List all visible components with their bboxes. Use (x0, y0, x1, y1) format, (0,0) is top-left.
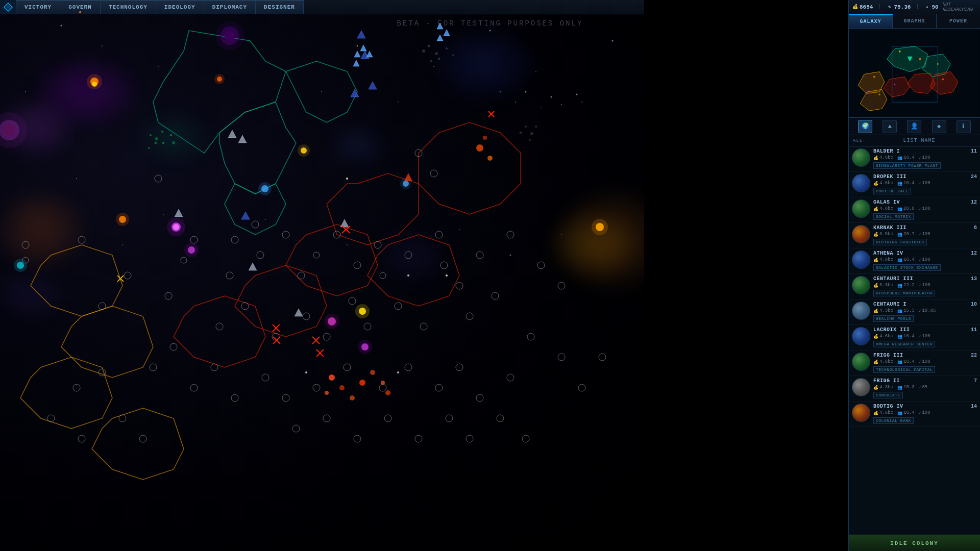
svg-point-56 (216, 323, 223, 330)
tab-power[interactable]: Power (937, 14, 980, 28)
colony-name: Dropek III (873, 174, 906, 180)
svg-point-15 (76, 178, 77, 179)
filter-info-btn[interactable]: ℹ (957, 120, 971, 133)
list-item[interactable]: Frigg II 7 💰 4.3bc 👥 15.3 ✓ 85 Consulate (849, 376, 980, 402)
list-item[interactable]: Bodtig IV 14 💰 4.6bc 👥 16.4 ✓ 100 Coloni (849, 402, 980, 427)
svg-marker-151 (361, 51, 369, 59)
colony-policy: Colonial Bank (873, 417, 914, 424)
svg-point-54 (492, 292, 499, 299)
svg-point-131 (359, 380, 365, 386)
not-researching-label: NOT RESEARCHING (943, 2, 977, 12)
colony-policy: Healing Pools (873, 315, 914, 322)
colony-credits: 6.5bc (879, 232, 893, 237)
svg-line-156 (273, 337, 280, 344)
svg-point-102 (298, 144, 310, 157)
svg-marker-143 (175, 209, 183, 217)
svg-point-123 (0, 112, 27, 148)
mini-map[interactable] (849, 29, 980, 118)
svg-line-155 (273, 324, 280, 332)
svg-point-170 (162, 142, 164, 144)
svg-point-130 (350, 395, 355, 400)
svg-point-60 (170, 343, 177, 350)
filter-planets-btn[interactable]: 🌍 (858, 120, 872, 133)
idle-colony-button[interactable]: Idle Colony (849, 535, 980, 551)
approval-icon: ✓ (919, 283, 921, 288)
research-icon: ⚗ (886, 4, 892, 10)
svg-point-179 (430, 60, 432, 62)
svg-line-165 (117, 276, 124, 282)
tab-designer[interactable]: Designer (256, 0, 304, 14)
filter-special-btn[interactable]: ◆ (932, 120, 946, 133)
list-item[interactable]: Balder I 11 💰 4.6bc 👥 16.4 ✓ 100 Singula (849, 146, 980, 172)
svg-point-104 (116, 213, 129, 226)
colony-policy: Galactic Stock Exchange (873, 264, 941, 271)
colony-policy: Omega Research Center (873, 341, 935, 347)
svg-point-135 (261, 185, 268, 192)
colony-name: Frigg III (873, 353, 903, 358)
list-item[interactable]: Galas IV 12 💰 4.6bc 👥 20.0 ✓ 100 Social (849, 197, 980, 223)
colony-policy: Technological Capital (873, 366, 935, 373)
svg-point-63 (211, 364, 218, 371)
svg-point-29 (165, 292, 172, 299)
svg-point-90 (446, 415, 453, 422)
approval-icon: ✓ (919, 309, 921, 313)
svg-point-5 (265, 219, 266, 220)
svg-point-191 (561, 104, 562, 105)
tab-ideology[interactable]: Ideology (156, 0, 204, 14)
approval-icon: ✓ (919, 360, 921, 364)
colony-name: Karnak III (873, 225, 906, 231)
svg-point-16 (122, 244, 123, 245)
galaxy-map[interactable] (0, 0, 644, 551)
svg-point-173 (172, 141, 175, 144)
list-item[interactable]: Centauri I 10 💰 4.3bc 👥 15.3 ✓ 18.85 Hea (849, 299, 980, 325)
svg-point-136 (258, 182, 272, 195)
svg-point-44 (476, 252, 483, 259)
svg-point-166 (150, 134, 152, 136)
svg-point-75 (527, 333, 534, 340)
svg-point-139 (17, 262, 24, 269)
colony-list[interactable]: Balder I 11 💰 4.6bc 👥 16.4 ✓ 100 Singula (849, 146, 980, 535)
list-item[interactable]: Lacroix III 11 💰 4.6bc 👥 16.4 ✓ 100 Omeg (849, 325, 980, 350)
list-item[interactable]: Athena IV 12 💰 4.6bc 👥 16.4 ✓ 100 Galact (849, 248, 980, 274)
svg-point-84 (139, 435, 146, 442)
svg-point-188 (525, 91, 527, 93)
list-item[interactable]: Centauri III 13 💰 6.3bc 👥 22.2 ✓ 100 Bio (849, 274, 980, 299)
list-item[interactable]: Frigg III 22 💰 4.6bc 👥 16.4 ✓ 100 Techno (849, 350, 980, 376)
svg-point-196 (407, 274, 409, 277)
svg-point-221 (894, 84, 895, 85)
tab-technology[interactable]: Technology (101, 0, 156, 14)
svg-marker-203 (444, 30, 450, 36)
filter-ships-btn[interactable]: ▲ (883, 120, 897, 133)
svg-marker-147 (241, 212, 250, 219)
list-item[interactable]: Dropek III 24 💰 4.6bc 👥 16.4 ✓ 100 Port (849, 172, 980, 197)
approval-icon: ✓ (919, 411, 921, 415)
planet-thumbnail (852, 353, 870, 371)
svg-point-109 (172, 222, 181, 232)
svg-point-48 (349, 297, 356, 305)
tab-govern[interactable]: Govern (60, 0, 101, 14)
svg-point-20 (561, 234, 562, 235)
approval-icon: ✓ (919, 156, 921, 160)
svg-point-22 (78, 236, 85, 243)
tab-diplomacy[interactable]: Diplomacy (204, 0, 256, 14)
colony-pop: 6 (974, 225, 977, 231)
svg-point-41 (405, 252, 412, 259)
colony-approval: 100 (922, 359, 930, 364)
svg-point-21 (155, 175, 162, 182)
svg-point-96 (90, 78, 99, 86)
filter-leaders-btn[interactable]: 👤 (907, 120, 921, 133)
svg-point-2 (102, 45, 103, 46)
tab-graphs[interactable]: Graphs (893, 14, 937, 28)
growth-icon: 👥 (897, 411, 902, 415)
colony-growth: 20.0 (903, 206, 915, 211)
colony-credits: 4.6bc (879, 410, 893, 415)
svg-point-222 (873, 76, 875, 78)
tab-galaxy[interactable]: Galaxy (849, 14, 893, 28)
list-item[interactable]: Karnak III 6 💰 6.5bc 👥 20.7 ✓ 100 Birthi (849, 223, 980, 248)
tab-victory[interactable]: Victory (16, 0, 60, 14)
svg-point-125 (487, 156, 493, 161)
svg-point-167 (155, 137, 158, 140)
svg-point-14 (163, 214, 164, 215)
colony-name: Athena IV (873, 251, 903, 256)
growth-icon: 👥 (897, 207, 902, 211)
